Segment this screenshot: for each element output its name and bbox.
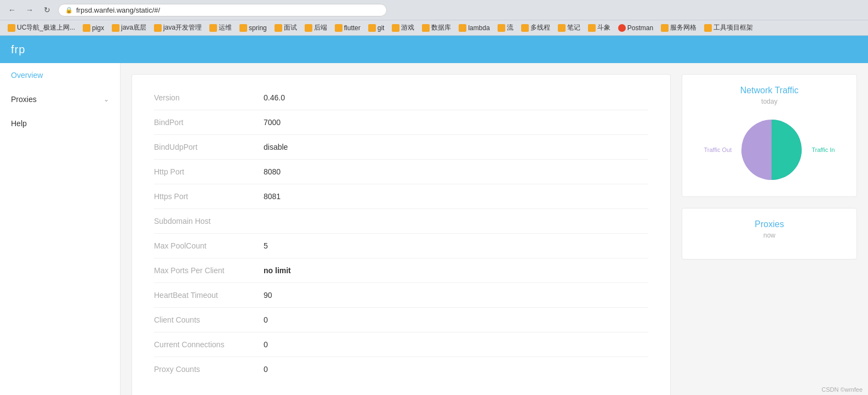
back-button[interactable]: ← <box>5 3 19 16</box>
traffic-in-label: Traffic In <box>812 146 835 153</box>
bookmark-tools[interactable]: 工具项目框架 <box>701 22 756 33</box>
info-panel: Version 0.46.0 BindPort 7000 BindUdpPort… <box>132 74 671 395</box>
bookmark-icon <box>704 24 712 32</box>
value-proxycounts: 0 <box>264 365 268 374</box>
sidebar-item-help[interactable]: Help <box>0 111 120 136</box>
bookmark-ops[interactable]: 运维 <box>206 22 235 33</box>
pie-chart <box>736 114 807 185</box>
bookmark-icon <box>422 24 430 32</box>
bookmark-spring[interactable]: spring <box>236 23 270 33</box>
label-bindudpport: BindUdpPort <box>154 143 264 151</box>
bookmark-db[interactable]: 数据库 <box>419 22 454 33</box>
label-httpsport: Https Port <box>154 192 264 201</box>
bookmark-icon <box>335 24 342 32</box>
info-row-heartbeat: HeartBeat Timeout 90 <box>154 283 648 308</box>
proxies-card: Proxies now <box>682 208 857 259</box>
label-proxycounts: Proxy Counts <box>154 365 264 374</box>
bookmark-icon <box>239 24 247 32</box>
lock-icon: 🔒 <box>65 7 73 14</box>
label-maxports: Max Ports Per Client <box>154 266 264 275</box>
bookmark-lambda[interactable]: lambda <box>455 23 493 33</box>
bookmark-backend[interactable]: 后端 <box>301 22 330 33</box>
proxies-subtitle: now <box>693 232 846 239</box>
bookmark-postman[interactable]: Postman <box>615 23 656 33</box>
right-panel: Network Traffic today Traffic Out <box>682 74 857 395</box>
app-header: frp <box>0 36 868 63</box>
info-row-clientcounts: Client Counts 0 <box>154 308 648 332</box>
bookmark-stream[interactable]: 流 <box>494 22 517 33</box>
value-maxports: no limit <box>264 266 291 275</box>
forward-button[interactable]: → <box>23 3 36 16</box>
value-httpport: 8080 <box>264 167 281 176</box>
bookmark-icon <box>392 24 399 32</box>
bookmark-icon <box>305 24 312 32</box>
label-poolcount: Max PoolCount <box>154 241 264 250</box>
bookmark-thread[interactable]: 多线程 <box>518 22 553 33</box>
info-row-subdomain: Subdomain Host <box>154 209 648 234</box>
reload-button[interactable]: ↻ <box>41 3 54 16</box>
label-httpport: Http Port <box>154 167 264 176</box>
bookmark-dou[interactable]: 斗象 <box>585 22 614 33</box>
info-row-bindport: BindPort 7000 <box>154 110 648 135</box>
bookmark-interview[interactable]: 面试 <box>271 22 300 33</box>
label-version: Version <box>154 93 264 102</box>
value-httpsport: 8081 <box>264 192 281 201</box>
info-row-bindudpport: BindUdpPort disable <box>154 135 648 160</box>
value-poolcount: 5 <box>264 241 268 250</box>
value-bindport: 7000 <box>264 118 281 127</box>
bookmark-icon <box>275 24 282 32</box>
bookmark-uc[interactable]: UC导航_极速上网... <box>4 22 78 33</box>
info-row-version: Version 0.46.0 <box>154 86 648 110</box>
bookmark-game[interactable]: 游戏 <box>389 22 418 33</box>
value-heartbeat: 90 <box>264 291 272 300</box>
label-connections: Current Connections <box>154 340 264 349</box>
sidebar-label-help: Help <box>11 119 27 128</box>
address-text: frpsd.wanfei.wang/static/#/ <box>76 6 160 14</box>
network-traffic-title: Network Traffic <box>693 86 846 95</box>
sidebar-item-proxies[interactable]: Proxies ⌄ <box>0 87 120 111</box>
info-row-maxports: Max Ports Per Client no limit <box>154 258 648 283</box>
label-clientcounts: Client Counts <box>154 315 264 324</box>
bookmark-java2[interactable]: java开发管理 <box>151 22 205 33</box>
bookmark-icon <box>8 24 15 32</box>
main-content: Version 0.46.0 BindPort 7000 BindUdpPort… <box>121 63 868 395</box>
sidebar-label-proxies: Proxies <box>11 95 37 104</box>
bookmark-mesh[interactable]: 服务网格 <box>658 22 700 33</box>
value-connections: 0 <box>264 340 268 349</box>
pie-container: Traffic Out Traffic In <box>693 114 846 185</box>
chevron-down-icon: ⌄ <box>104 95 109 103</box>
sidebar-label-overview: Overview <box>11 71 43 80</box>
bookmark-notes[interactable]: 笔记 <box>555 22 584 33</box>
footer: CSDN ©wmfee <box>821 386 863 393</box>
value-bindudpport: disable <box>264 143 288 151</box>
network-traffic-card: Network Traffic today Traffic Out <box>682 74 857 197</box>
info-row-httpsport: Https Port 8081 <box>154 184 648 209</box>
bookmark-icon <box>112 24 119 32</box>
bookmark-java1[interactable]: java底层 <box>108 22 150 33</box>
bookmark-icon <box>521 24 529 32</box>
bookmark-flutter[interactable]: flutter <box>332 23 364 33</box>
bookmark-icon <box>368 24 376 32</box>
bookmark-icon <box>618 24 626 32</box>
bookmarks-bar: UC导航_极速上网... pigx java底层 java开发管理 运维 spr… <box>0 20 868 36</box>
app-body: Overview Proxies ⌄ Help Version 0.46.0 B… <box>0 63 868 395</box>
bookmark-icon <box>83 24 90 32</box>
bookmark-icon <box>588 24 596 32</box>
info-row-httpport: Http Port 8080 <box>154 160 648 184</box>
browser-chrome: ← → ↻ 🔒 frpsd.wanfei.wang/static/#/ <box>0 0 868 20</box>
sidebar: Overview Proxies ⌄ Help <box>0 63 121 395</box>
sidebar-item-overview[interactable]: Overview <box>0 63 120 87</box>
traffic-out-label: Traffic Out <box>704 146 732 153</box>
bookmark-icon <box>558 24 566 32</box>
footer-text: CSDN ©wmfee <box>821 386 863 393</box>
app-title: frp <box>11 43 25 56</box>
bookmark-git[interactable]: git <box>365 23 388 33</box>
bookmark-icon <box>661 24 669 32</box>
bookmark-icon <box>209 24 217 32</box>
address-bar[interactable]: 🔒 frpsd.wanfei.wang/static/#/ <box>58 4 387 16</box>
info-row-connections: Current Connections 0 <box>154 332 648 357</box>
bookmark-pigx[interactable]: pigx <box>79 23 107 33</box>
value-version: 0.46.0 <box>264 93 285 102</box>
bookmark-icon <box>154 24 162 32</box>
label-subdomain: Subdomain Host <box>154 217 264 225</box>
